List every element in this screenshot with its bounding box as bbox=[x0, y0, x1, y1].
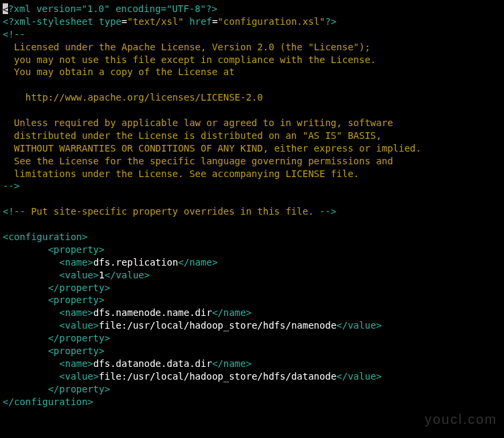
name-close: </name> bbox=[212, 358, 252, 369]
configuration-open: <configuration> bbox=[3, 231, 87, 242]
xml-stylesheet-close: ?> bbox=[325, 16, 337, 27]
license-comment-close: --> bbox=[3, 180, 19, 191]
site-comment-close: --> bbox=[319, 206, 336, 217]
property-open: <property> bbox=[48, 345, 104, 356]
text-cursor: < bbox=[3, 3, 8, 14]
value-close: </value> bbox=[105, 270, 150, 280]
property-close: </property> bbox=[48, 333, 110, 343]
value-open: <value> bbox=[59, 270, 99, 280]
property-close: </property> bbox=[48, 282, 110, 293]
property-close: </property> bbox=[48, 384, 110, 394]
site-comment-text: Put site-specific property overrides in … bbox=[26, 206, 319, 217]
value-open: <value> bbox=[59, 320, 99, 331]
xml-stylesheet-open: <?xml-stylesheet bbox=[3, 16, 93, 27]
name-close: </name> bbox=[178, 257, 217, 268]
attr-type: type bbox=[99, 16, 121, 27]
watermark-text: youcl.com bbox=[425, 410, 497, 429]
attr-type-val: "text/xsl" bbox=[127, 16, 183, 27]
license-line-8: WITHOUT WARRANTIES OR CONDITIONS OF ANY … bbox=[3, 143, 421, 154]
license-line-0: Licensed under the Apache License, Versi… bbox=[3, 42, 370, 52]
name-close: </name> bbox=[212, 307, 252, 318]
license-comment-open: <!-- bbox=[3, 29, 26, 40]
license-line-4: http://www.apache.org/licenses/LICENSE-2… bbox=[3, 92, 263, 103]
prop-name-1: dfs.namenode.name.dir bbox=[93, 307, 212, 318]
name-open: <name> bbox=[59, 307, 93, 318]
property-open: <property> bbox=[48, 294, 104, 305]
attr-href-val: "configuration.xsl" bbox=[217, 16, 325, 27]
license-line-7: distributed under the License is distrib… bbox=[3, 130, 382, 141]
name-open: <name> bbox=[59, 257, 93, 268]
property-open: <property> bbox=[48, 244, 104, 255]
value-open: <value> bbox=[59, 371, 99, 382]
prop-name-2: dfs.datanode.data.dir bbox=[93, 358, 212, 369]
license-line-1: you may not use this file except in comp… bbox=[3, 54, 376, 65]
prop-name-0: dfs.replication bbox=[93, 257, 178, 268]
attr-href: href bbox=[189, 16, 212, 27]
prop-val-0: 1 bbox=[99, 270, 104, 280]
value-close: </value> bbox=[336, 371, 381, 382]
prop-val-2: file:/usr/local/hadoop_store/hdfs/datano… bbox=[99, 371, 336, 382]
name-open: <name> bbox=[59, 358, 93, 369]
xml-editor-content[interactable]: <?xml version="1.0" encoding="UTF-8"?> <… bbox=[3, 3, 504, 408]
value-close: </value> bbox=[336, 320, 381, 331]
site-comment-open: <!-- bbox=[3, 206, 26, 217]
license-line-2: You may obtain a copy of the License at bbox=[3, 66, 235, 77]
xml-prolog-rest: ?xml version="1.0" encoding="UTF-8"?> bbox=[8, 3, 217, 14]
license-line-9: See the License for the specific languag… bbox=[3, 156, 393, 166]
license-line-6: Unless required by applicable law or agr… bbox=[3, 117, 393, 128]
license-line-10: limitations under the License. See accom… bbox=[3, 168, 359, 179]
configuration-close: </configuration> bbox=[3, 396, 93, 407]
prop-val-1: file:/usr/local/hadoop_store/hdfs/nameno… bbox=[99, 320, 336, 331]
